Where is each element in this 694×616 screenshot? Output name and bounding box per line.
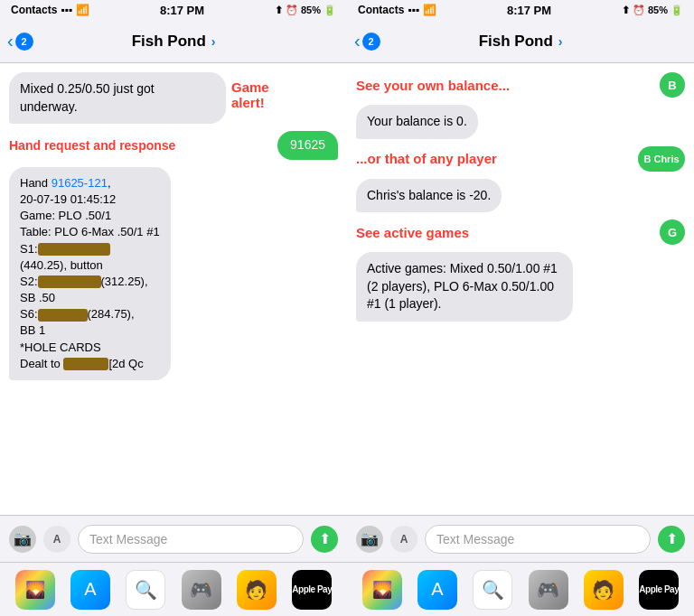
hand-request-label: Hand request and response [9, 138, 175, 153]
active-games-label: See active games [356, 225, 469, 240]
balance-label: See your own balance... [356, 78, 510, 93]
input-bar-left: 📷 A Text Message ⬆ [0, 515, 347, 562]
status-bar-right: Contacts ▪▪▪ 📶 8:17 PM ⬆ ⏰ 85% 🔋 [347, 0, 694, 20]
appstore-icon-right[interactable]: A [417, 570, 457, 610]
back-arrow-icon-right: ‹ [354, 31, 361, 51]
battery-label: 85% [301, 5, 321, 15]
input-placeholder-left: Text Message [89, 532, 167, 546]
game-alert-row: Mixed 0.25/0.50 just got underway. Gamea… [9, 72, 338, 124]
wifi-icon-right: 📶 [423, 4, 436, 16]
avatar-b-chris: B Chris [638, 146, 685, 172]
hand-detail-row: Hand 91625-121, 20-07-19 01:45:12 Game: … [9, 167, 338, 380]
censored-dealt [63, 358, 108, 370]
memoji-icon-right[interactable]: 🧑 [584, 570, 624, 610]
messages-area-left: Mixed 0.25/0.50 just got underway. Gamea… [0, 63, 347, 515]
censored-s6 [38, 309, 88, 322]
text-input-right[interactable]: Text Message [425, 525, 651, 554]
battery-icon: 🔋 [324, 5, 336, 16]
search-icon-right[interactable]: 🔍 [473, 570, 512, 610]
chris-balance-bubble: Chris's balance is -20. [356, 179, 502, 213]
games-icon-right[interactable]: 🎮 [529, 570, 568, 610]
nav-header-right: ‹ 2 Fish Pond › [347, 20, 694, 63]
appstore-icon-left[interactable]: A [70, 570, 110, 610]
camera-icon-right[interactable]: 📷 [356, 526, 383, 553]
active-games-bubble: Active games: Mixed 0.50/1.00 #1 (2 play… [356, 252, 573, 322]
send-button-right[interactable]: ⬆ [658, 526, 685, 553]
input-placeholder-right: Text Message [436, 532, 514, 546]
back-button-right[interactable]: ‹ 2 [354, 31, 382, 51]
search-icon-left[interactable]: 🔍 [126, 570, 165, 610]
wifi-icon: 📶 [76, 4, 89, 16]
chris-balance-row: Chris's balance is -20. [356, 179, 685, 213]
location-icon-right: ⬆ [622, 5, 630, 16]
contacts-label: Contacts [11, 4, 57, 16]
battery-icon-right: 🔋 [671, 5, 683, 16]
any-player-label: ...or that of any player [356, 151, 497, 166]
applepay-icon-left[interactable]: Apple Pay [292, 570, 332, 610]
status-bar-left: Contacts ▪▪▪ 📶 8:17 PM ⬆ ⏰ 85% 🔋 [0, 0, 347, 20]
hand-detail-bubble: Hand 91625-121, 20-07-19 01:45:12 Game: … [9, 167, 171, 380]
memoji-icon-left[interactable]: 🧑 [237, 570, 277, 610]
status-right-right: ⬆ ⏰ 85% 🔋 [622, 5, 683, 16]
your-balance-bubble: Your balance is 0. [356, 105, 478, 139]
right-phone-panel: Contacts ▪▪▪ 📶 8:17 PM ⬆ ⏰ 85% 🔋 ‹ 2 Fis… [347, 0, 694, 616]
signal-icon: ▪▪▪ [61, 4, 72, 16]
back-badge-left: 2 [15, 33, 33, 51]
nav-title-right: Fish Pond › [479, 33, 563, 51]
photos-icon-right[interactable]: 🌄 [362, 570, 402, 610]
alarm-icon-right: ⏰ [633, 5, 645, 16]
applepay-icon-right[interactable]: Apple Pay [639, 570, 679, 610]
status-left: Contacts ▪▪▪ 📶 [11, 4, 89, 16]
status-right: ⬆ ⏰ 85% 🔋 [275, 5, 336, 16]
battery-label-right: 85% [648, 5, 668, 15]
chevron-icon-left: › [208, 34, 216, 49]
nav-title-left: Fish Pond › [132, 33, 216, 51]
hand-request-bubble: 91625 [277, 131, 338, 160]
status-left-right: Contacts ▪▪▪ 📶 [358, 4, 436, 16]
camera-icon-left[interactable]: 📷 [9, 526, 36, 553]
censored-s2 [38, 275, 101, 288]
censored-s1 [38, 243, 110, 256]
hand-link[interactable]: 91625-121 [52, 176, 108, 190]
back-arrow-icon: ‹ [7, 31, 14, 51]
contacts-label-right: Contacts [358, 4, 404, 16]
avatar-b: B [660, 72, 685, 98]
appclip-icon-right[interactable]: A [390, 526, 417, 553]
game-alert-label: Gamealert! [231, 72, 269, 110]
active-games-row: Active games: Mixed 0.50/1.00 #1 (2 play… [356, 252, 685, 322]
alarm-icon: ⏰ [286, 5, 298, 16]
appclip-icon-left[interactable]: A [43, 526, 70, 553]
hand-request-row: Hand request and response 91625 [9, 131, 338, 160]
avatar-g: G [660, 219, 685, 245]
signal-icon-right: ▪▪▪ [408, 4, 419, 16]
any-player-label-row: ...or that of any player B Chris [356, 146, 685, 172]
active-games-label-row: See active games G [356, 219, 685, 245]
nav-header-left: ‹ 2 Fish Pond › [0, 20, 347, 63]
back-button-left[interactable]: ‹ 2 [7, 31, 35, 51]
your-balance-row: Your balance is 0. [356, 105, 685, 139]
chevron-icon-right: › [555, 34, 563, 49]
game-alert-bubble: Mixed 0.25/0.50 just got underway. [9, 72, 226, 124]
input-bar-right: 📷 A Text Message ⬆ [347, 515, 694, 562]
send-button-left[interactable]: ⬆ [311, 526, 338, 553]
left-phone-panel: Contacts ▪▪▪ 📶 8:17 PM ⬆ ⏰ 85% 🔋 ‹ 2 Fis… [0, 0, 347, 616]
text-input-left[interactable]: Text Message [78, 525, 304, 554]
games-icon-left[interactable]: 🎮 [182, 570, 221, 610]
back-badge-right: 2 [362, 33, 380, 51]
time-display-right: 8:17 PM [507, 4, 551, 17]
time-display: 8:17 PM [160, 4, 204, 17]
balance-label-row: See your own balance... B [356, 72, 685, 98]
messages-area-right: See your own balance... B Your balance i… [347, 63, 694, 515]
dock-right: 🌄 A 🔍 🎮 🧑 Apple Pay [347, 562, 694, 616]
location-icon: ⬆ [275, 5, 283, 16]
photos-icon-left[interactable]: 🌄 [15, 570, 55, 610]
dock-left: 🌄 A 🔍 🎮 🧑 Apple Pay [0, 562, 347, 616]
